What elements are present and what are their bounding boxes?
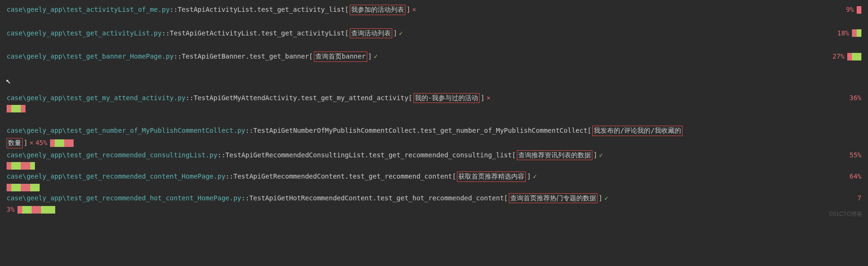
pass-icon: ✓ — [533, 172, 537, 181]
test-result-row: case\geely_app\test_activityList_of_me.p… — [7, 5, 861, 15]
test-name: TestApiGetRecommendedConsultingList.test… — [226, 151, 512, 160]
test-description: 查询推荐资讯列表的数据 — [517, 150, 592, 161]
test-path: case\geely_app\test_get_recommended_hot_… — [7, 194, 241, 203]
progress-bar — [17, 206, 55, 214]
progress-bar-row — [7, 184, 861, 191]
test-name: TestApiGetHotRecommendedContent.test_get… — [249, 194, 504, 203]
test-path: case\geely_app\test_get_recommended_cons… — [7, 151, 218, 160]
pass-icon: ✓ — [399, 29, 403, 38]
test-name: TestApiGetRecommendedContent.test_get_re… — [233, 172, 452, 181]
test-result-row: case\geely_app\test_get_recommended_hot_… — [7, 193, 861, 204]
progress-bar — [50, 139, 74, 147]
separator: :: — [170, 5, 178, 15]
test-result-row: case\geely_app\test_get_activityList.py:… — [7, 28, 861, 39]
progress-bar — [7, 184, 40, 191]
test-description: 获取首页推荐精选内容 — [457, 172, 526, 182]
progress-percent: 9% — [836, 5, 854, 15]
progress-bar — [857, 6, 861, 14]
progress-bar-row: 3% — [7, 205, 861, 215]
progress-percent-partial: 7 — [848, 194, 861, 203]
progress-percent: 36% — [840, 94, 861, 103]
test-description: 查询活动列表 — [350, 28, 392, 39]
test-description: 我参加的活动列表 — [350, 5, 405, 15]
test-result-row: case\geely_app\test_get_my_attend_activi… — [7, 93, 861, 103]
test-name: TestApiGetBanner.test_get_banner — [182, 52, 309, 61]
progress-percent-wrap: 3% — [7, 205, 15, 215]
test-name: TestApiGetActivityList.test_get_activity… — [170, 29, 345, 38]
fail-icon: × — [412, 5, 416, 15]
test-description: 我发布的/评论我的/我收藏的 — [592, 126, 683, 136]
test-path: case\geely_app\test_get_number_of_MyPubl… — [7, 126, 245, 136]
progress-percent: 45% — [35, 138, 47, 148]
test-result-wrap: 数量] ×45% — [7, 138, 861, 148]
test-description: 我的-我参与过的活动 — [413, 93, 480, 103]
test-result-row: case\geely_app\test_get_recommended_cons… — [7, 150, 861, 161]
test-result-row: case\geely_app\test_get_number_of_MyPubl… — [7, 126, 861, 136]
progress-bar-row — [7, 162, 861, 170]
test-path: case\geely_app\test_get_banner_HomePage.… — [7, 52, 174, 61]
test-description-wrap: 数量 — [7, 138, 23, 148]
test-description: 查询首页banner — [314, 51, 367, 62]
test-path: case\geely_app\test_activityList_of_me.p… — [7, 5, 170, 15]
test-path: case\geely_app\test_get_recommended_cont… — [7, 172, 226, 181]
fail-icon: × — [29, 138, 33, 148]
pass-icon: ✓ — [604, 194, 608, 203]
test-path: case\geely_app\test_get_activityList.py — [7, 29, 162, 38]
progress-percent: 18% — [828, 29, 849, 38]
progress-bar — [847, 53, 861, 60]
progress-bar — [7, 162, 35, 170]
mouse-cursor-icon: ↖ — [6, 75, 11, 86]
test-name: TestApiGetNumberOfMyPublishCommentCollec… — [253, 126, 588, 136]
test-name: TestApiGetMyAttendActivity.test_get_my_a… — [194, 94, 408, 103]
progress-percent: 64% — [840, 172, 861, 181]
fail-icon: × — [487, 94, 490, 103]
test-result-row: case\geely_app\test_get_recommended_cont… — [7, 172, 861, 182]
progress-percent: 27% — [823, 52, 844, 61]
progress-bar-row — [7, 105, 861, 112]
test-name: TestApiActivityList.test_get_activity_li… — [177, 5, 345, 15]
progress-bar — [852, 29, 861, 37]
test-result-row: case\geely_app\test_get_banner_HomePage.… — [7, 51, 861, 62]
watermark: ©51CTO博客 — [829, 210, 862, 218]
pass-icon: ✓ — [374, 52, 378, 61]
progress-percent: 55% — [840, 151, 861, 160]
test-path: case\geely_app\test_get_my_attend_activi… — [7, 94, 185, 103]
progress-bar — [7, 105, 25, 112]
pass-icon: ✓ — [599, 151, 603, 160]
test-description: 查询首页推荐热门专题的数据 — [509, 193, 598, 204]
